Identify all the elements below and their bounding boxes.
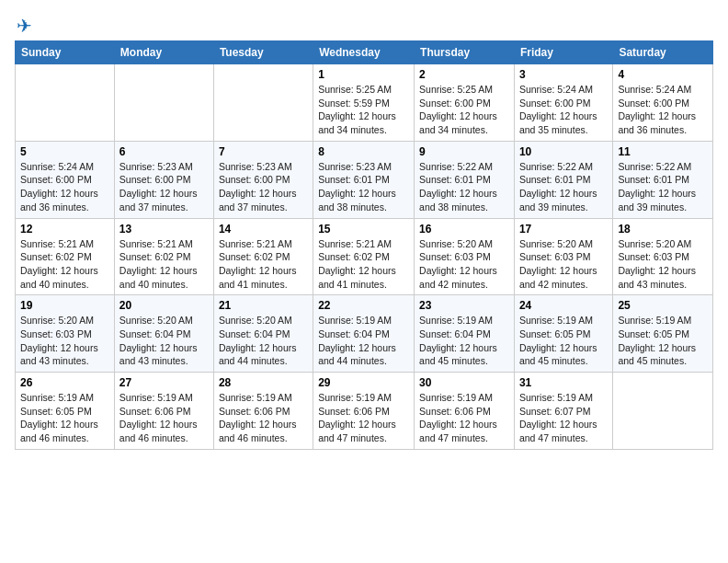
logo-bird-icon: ✈ <box>17 15 32 37</box>
day-info: Sunrise: 5:23 AM Sunset: 6:00 PM Dayligh… <box>119 161 198 213</box>
calendar-cell: 6Sunrise: 5:23 AM Sunset: 6:00 PM Daylig… <box>114 141 213 218</box>
day-info: Sunrise: 5:20 AM Sunset: 6:03 PM Dayligh… <box>20 315 98 366</box>
calendar-cell: 29Sunrise: 5:19 AM Sunset: 6:06 PM Dayli… <box>313 373 415 450</box>
calendar-cell: 8Sunrise: 5:23 AM Sunset: 6:01 PM Daylig… <box>313 141 415 218</box>
day-info: Sunrise: 5:19 AM Sunset: 6:06 PM Dayligh… <box>219 392 297 443</box>
calendar-cell <box>114 64 213 142</box>
day-info: Sunrise: 5:19 AM Sunset: 6:05 PM Dayligh… <box>20 392 98 443</box>
day-number: 18 <box>618 223 708 236</box>
calendar-cell: 4Sunrise: 5:24 AM Sunset: 6:00 PM Daylig… <box>613 64 713 142</box>
dow-header-monday: Monday <box>114 41 213 64</box>
day-number: 15 <box>318 223 409 236</box>
calendar-cell: 20Sunrise: 5:20 AM Sunset: 6:04 PM Dayli… <box>114 295 213 373</box>
day-info: Sunrise: 5:21 AM Sunset: 6:02 PM Dayligh… <box>20 238 98 290</box>
day-number: 31 <box>519 376 608 389</box>
day-info: Sunrise: 5:21 AM Sunset: 6:02 PM Dayligh… <box>318 238 396 290</box>
day-number: 21 <box>219 299 308 312</box>
calendar-cell <box>213 64 313 142</box>
calendar-cell: 1Sunrise: 5:25 AM Sunset: 5:59 PM Daylig… <box>313 64 415 142</box>
day-number: 28 <box>219 376 308 389</box>
calendar-cell: 13Sunrise: 5:21 AM Sunset: 6:02 PM Dayli… <box>114 218 213 295</box>
calendar-cell: 12Sunrise: 5:21 AM Sunset: 6:02 PM Dayli… <box>16 218 115 295</box>
day-number: 11 <box>618 145 708 158</box>
day-number: 4 <box>618 68 708 81</box>
day-number: 1 <box>318 68 409 81</box>
day-info: Sunrise: 5:23 AM Sunset: 6:00 PM Dayligh… <box>219 161 297 213</box>
day-number: 10 <box>519 145 608 158</box>
dow-header-thursday: Thursday <box>415 41 515 64</box>
logo: ✈ <box>15 15 32 33</box>
calendar-cell: 24Sunrise: 5:19 AM Sunset: 6:05 PM Dayli… <box>514 295 612 373</box>
calendar-cell: 7Sunrise: 5:23 AM Sunset: 6:00 PM Daylig… <box>213 141 313 218</box>
calendar-cell: 22Sunrise: 5:19 AM Sunset: 6:04 PM Dayli… <box>313 295 415 373</box>
day-number: 20 <box>119 299 209 312</box>
day-info: Sunrise: 5:24 AM Sunset: 6:00 PM Dayligh… <box>519 84 597 135</box>
dow-header-wednesday: Wednesday <box>313 41 415 64</box>
calendar-cell: 19Sunrise: 5:20 AM Sunset: 6:03 PM Dayli… <box>16 295 115 373</box>
day-number: 25 <box>618 299 708 312</box>
day-info: Sunrise: 5:22 AM Sunset: 6:01 PM Dayligh… <box>618 161 696 213</box>
day-number: 12 <box>20 223 109 236</box>
day-info: Sunrise: 5:21 AM Sunset: 6:02 PM Dayligh… <box>119 238 198 290</box>
day-number: 9 <box>419 145 509 158</box>
dow-header-saturday: Saturday <box>613 41 713 64</box>
dow-header-tuesday: Tuesday <box>213 41 313 64</box>
day-number: 3 <box>519 68 608 81</box>
calendar-cell: 15Sunrise: 5:21 AM Sunset: 6:02 PM Dayli… <box>313 218 415 295</box>
day-number: 23 <box>419 299 509 312</box>
day-info: Sunrise: 5:20 AM Sunset: 6:03 PM Dayligh… <box>419 238 497 290</box>
calendar-cell: 26Sunrise: 5:19 AM Sunset: 6:05 PM Dayli… <box>16 373 115 450</box>
calendar-cell: 18Sunrise: 5:20 AM Sunset: 6:03 PM Dayli… <box>613 218 713 295</box>
day-number: 26 <box>20 376 109 389</box>
day-info: Sunrise: 5:19 AM Sunset: 6:06 PM Dayligh… <box>419 392 497 443</box>
day-number: 6 <box>119 145 209 158</box>
calendar-cell: 27Sunrise: 5:19 AM Sunset: 6:06 PM Dayli… <box>114 373 213 450</box>
day-info: Sunrise: 5:19 AM Sunset: 6:04 PM Dayligh… <box>419 315 497 366</box>
day-number: 27 <box>119 376 209 389</box>
day-info: Sunrise: 5:25 AM Sunset: 5:59 PM Dayligh… <box>318 84 396 135</box>
calendar-cell <box>16 64 115 142</box>
day-number: 8 <box>318 145 409 158</box>
day-info: Sunrise: 5:20 AM Sunset: 6:04 PM Dayligh… <box>119 315 198 366</box>
day-info: Sunrise: 5:23 AM Sunset: 6:01 PM Dayligh… <box>318 161 396 213</box>
calendar-table: SundayMondayTuesdayWednesdayThursdayFrid… <box>15 40 713 450</box>
calendar-cell: 2Sunrise: 5:25 AM Sunset: 6:00 PM Daylig… <box>415 64 515 142</box>
dow-header-sunday: Sunday <box>16 41 115 64</box>
day-number: 22 <box>318 299 409 312</box>
calendar-cell: 28Sunrise: 5:19 AM Sunset: 6:06 PM Dayli… <box>213 373 313 450</box>
day-info: Sunrise: 5:21 AM Sunset: 6:02 PM Dayligh… <box>219 238 297 290</box>
calendar-cell: 17Sunrise: 5:20 AM Sunset: 6:03 PM Dayli… <box>514 218 612 295</box>
day-info: Sunrise: 5:20 AM Sunset: 6:04 PM Dayligh… <box>219 315 297 366</box>
calendar-cell: 14Sunrise: 5:21 AM Sunset: 6:02 PM Dayli… <box>213 218 313 295</box>
day-info: Sunrise: 5:19 AM Sunset: 6:06 PM Dayligh… <box>119 392 198 443</box>
day-info: Sunrise: 5:19 AM Sunset: 6:05 PM Dayligh… <box>618 315 696 366</box>
dow-header-friday: Friday <box>514 41 612 64</box>
calendar-cell: 3Sunrise: 5:24 AM Sunset: 6:00 PM Daylig… <box>514 64 612 142</box>
day-number: 24 <box>519 299 608 312</box>
calendar-cell: 5Sunrise: 5:24 AM Sunset: 6:00 PM Daylig… <box>16 141 115 218</box>
day-number: 5 <box>20 145 109 158</box>
page-header: ✈ <box>15 15 713 33</box>
calendar-cell: 30Sunrise: 5:19 AM Sunset: 6:06 PM Dayli… <box>415 373 515 450</box>
day-number: 19 <box>20 299 109 312</box>
day-info: Sunrise: 5:19 AM Sunset: 6:05 PM Dayligh… <box>519 315 597 366</box>
calendar-cell: 11Sunrise: 5:22 AM Sunset: 6:01 PM Dayli… <box>613 141 713 218</box>
day-info: Sunrise: 5:19 AM Sunset: 6:06 PM Dayligh… <box>318 392 396 443</box>
calendar-cell: 16Sunrise: 5:20 AM Sunset: 6:03 PM Dayli… <box>415 218 515 295</box>
day-number: 16 <box>419 223 509 236</box>
day-info: Sunrise: 5:22 AM Sunset: 6:01 PM Dayligh… <box>419 161 497 213</box>
day-info: Sunrise: 5:22 AM Sunset: 6:01 PM Dayligh… <box>519 161 597 213</box>
calendar-cell: 25Sunrise: 5:19 AM Sunset: 6:05 PM Dayli… <box>613 295 713 373</box>
day-number: 13 <box>119 223 209 236</box>
day-number: 17 <box>519 223 608 236</box>
calendar-cell <box>613 373 713 450</box>
calendar-cell: 9Sunrise: 5:22 AM Sunset: 6:01 PM Daylig… <box>415 141 515 218</box>
day-number: 7 <box>219 145 308 158</box>
day-info: Sunrise: 5:20 AM Sunset: 6:03 PM Dayligh… <box>618 238 696 290</box>
calendar-cell: 31Sunrise: 5:19 AM Sunset: 6:07 PM Dayli… <box>514 373 612 450</box>
day-info: Sunrise: 5:20 AM Sunset: 6:03 PM Dayligh… <box>519 238 597 290</box>
calendar-cell: 21Sunrise: 5:20 AM Sunset: 6:04 PM Dayli… <box>213 295 313 373</box>
day-info: Sunrise: 5:19 AM Sunset: 6:04 PM Dayligh… <box>318 315 396 366</box>
day-info: Sunrise: 5:25 AM Sunset: 6:00 PM Dayligh… <box>419 84 497 135</box>
day-number: 30 <box>419 376 509 389</box>
